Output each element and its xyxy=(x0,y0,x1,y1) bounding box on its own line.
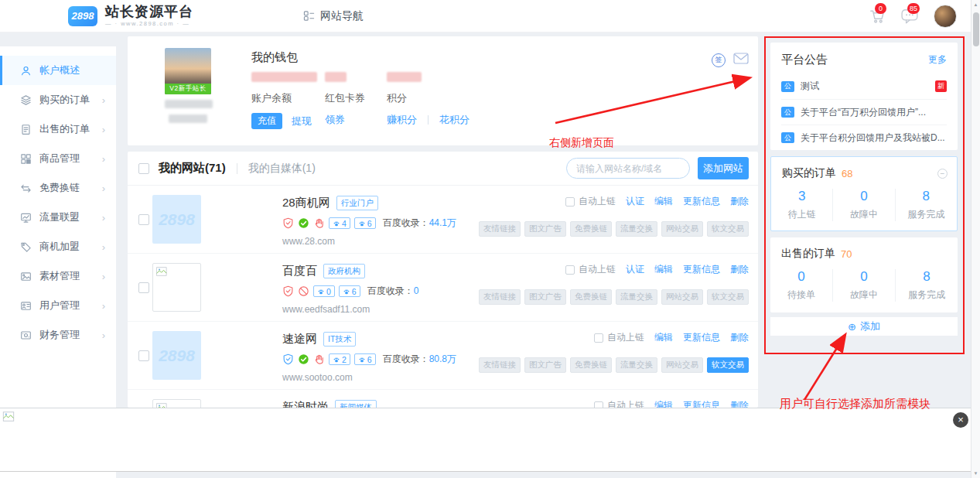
withdraw-link[interactable]: 提现 xyxy=(292,114,312,128)
row-checkbox[interactable] xyxy=(138,282,149,293)
stat-completed[interactable]: 8服务完成 xyxy=(896,269,958,302)
sidebar-item-购买的订单[interactable]: 购买的订单 › xyxy=(0,85,116,114)
sidebar-item-财务管理[interactable]: 财务管理 › xyxy=(0,320,116,350)
auto-link-checkbox[interactable] xyxy=(594,333,603,343)
sign-in-icon[interactable]: 签 xyxy=(712,53,726,67)
sidebar-item-素材管理[interactable]: 素材管理 › xyxy=(0,261,116,291)
scrollbar-thumb[interactable] xyxy=(973,12,979,46)
scroll-up-arrow[interactable]: ▲ xyxy=(971,2,980,7)
weight-badge: 2 xyxy=(329,353,350,365)
sidebar-item-商品管理[interactable]: 商品管理 › xyxy=(0,144,116,173)
service-tag: 流量交换 xyxy=(616,221,657,237)
stat-faulty[interactable]: 0故障中 xyxy=(833,269,896,302)
row-action-认证[interactable]: 认证 xyxy=(626,263,644,276)
masked-coupon-value xyxy=(325,72,347,82)
website-list-card: 我的网站(71) 我的自媒体(1) 添加网站 2898 28商机网 行业门户 4… xyxy=(128,152,758,408)
row-action-删除[interactable]: 删除 xyxy=(730,331,749,344)
annotation-note-right-panel: 右侧新增页面 xyxy=(549,136,614,150)
service-tag: 软文交易 xyxy=(707,221,749,237)
avatar[interactable] xyxy=(934,5,957,28)
baidu-index: 百度收录：44.1万 xyxy=(383,217,456,230)
stat-pending-link[interactable]: 3待上链 xyxy=(771,189,833,221)
sidebar-item-label: 商品管理 xyxy=(39,152,80,166)
site-category-tag: 政府机构 xyxy=(323,264,365,278)
service-tag: 软文交易 xyxy=(707,357,749,373)
baidu-index: 百度收录：80.8万 xyxy=(383,353,456,366)
site-name: 28商机网 xyxy=(282,196,330,210)
weight-badge: 6 xyxy=(354,353,376,365)
sidebar-item-出售的订单[interactable]: 出售的订单 › xyxy=(0,114,116,144)
spend-points-link[interactable]: 花积分 xyxy=(439,113,470,127)
weight-badge: 4 xyxy=(329,217,350,229)
broken-image-icon xyxy=(2,411,15,422)
row-action-编辑[interactable]: 编辑 xyxy=(654,263,673,276)
sidebar-item-商机加盟[interactable]: 商机加盟 › xyxy=(0,232,116,261)
sidebar-item-流量联盟[interactable]: 流量联盟 › xyxy=(0,203,116,232)
wallet-card: V2新手站长 我的钱包 账户余额 充值 提现 红包卡券 领券 积分 赚积分 花积… xyxy=(128,36,758,145)
close-icon[interactable]: × xyxy=(953,412,968,428)
chevron-right-icon: › xyxy=(102,241,105,253)
row-action-编辑[interactable]: 编辑 xyxy=(654,195,673,208)
announcements-more-link[interactable]: 更多 xyxy=(928,53,947,67)
stat-completed[interactable]: 8服务完成 xyxy=(896,189,957,221)
auto-link-checkbox[interactable] xyxy=(565,197,575,207)
nav-site-directory[interactable]: 网站导航 xyxy=(303,9,364,23)
scroll-down-arrow[interactable]: ▼ xyxy=(971,471,980,476)
user-avatar[interactable]: V2新手站长 xyxy=(165,48,211,94)
tab-my-media[interactable]: 我的自媒体(1) xyxy=(248,162,316,176)
tab-my-websites[interactable]: 我的网站(71) xyxy=(159,161,226,176)
announcement-item[interactable]: 公 关于平台积分回馈用户及我站被D... xyxy=(781,125,947,150)
site-url: www.eedfsadf11.com xyxy=(282,304,418,315)
auto-link-toggle[interactable]: 自动上链 xyxy=(594,331,644,344)
service-tag: 免费换链 xyxy=(570,289,612,305)
auto-link-toggle[interactable]: 自动上链 xyxy=(594,399,644,408)
row-action-更新信息[interactable]: 更新信息 xyxy=(683,195,720,208)
announcement-item[interactable]: 公 测试 新 xyxy=(781,73,947,99)
brand-logo[interactable]: 2898 xyxy=(68,6,97,26)
messages-badge: 85 xyxy=(907,3,920,14)
messages-button[interactable]: 85 xyxy=(901,9,918,24)
stat-faulty[interactable]: 0故障中 xyxy=(833,189,895,221)
row-actions: 自动上链 编辑更新信息删除 xyxy=(479,331,749,344)
row-action-更新信息[interactable]: 更新信息 xyxy=(683,331,720,344)
service-tag: 网站交易 xyxy=(661,357,703,373)
site-search-input[interactable] xyxy=(566,158,690,179)
collapse-icon[interactable]: − xyxy=(937,169,948,179)
sidebar-item-icon xyxy=(20,124,32,135)
row-action-删除[interactable]: 删除 xyxy=(730,263,749,276)
row-actions: 自动上链 编辑更新信息删除 xyxy=(594,399,749,408)
select-all-checkbox[interactable] xyxy=(138,163,149,174)
row-checkbox[interactable] xyxy=(138,350,149,361)
sidebar-item-icon xyxy=(20,300,32,312)
row-actions: 自动上链 认证编辑更新信息删除 xyxy=(479,195,749,208)
recharge-button[interactable]: 充值 xyxy=(251,113,282,129)
auto-link-toggle[interactable]: 自动上链 xyxy=(565,263,616,276)
auto-link-toggle[interactable]: 自动上链 xyxy=(565,195,616,208)
sidebar-item-帐户概述[interactable]: 帐户概述 › xyxy=(0,56,116,85)
auto-link-checkbox[interactable] xyxy=(594,401,603,408)
new-badge: 新 xyxy=(935,80,947,92)
sidebar-item-用户管理[interactable]: 用户管理 › xyxy=(0,291,116,320)
row-checkbox[interactable] xyxy=(138,214,149,225)
get-coupon-link[interactable]: 领券 xyxy=(325,113,345,127)
announcement-item[interactable]: 公 关于平台“百万积分回馈用户”... xyxy=(781,99,947,125)
row-action-删除[interactable]: 删除 xyxy=(730,399,749,408)
auto-link-checkbox[interactable] xyxy=(565,265,575,275)
row-action-认证[interactable]: 认证 xyxy=(626,195,644,208)
row-action-编辑[interactable]: 编辑 xyxy=(654,399,673,408)
sidebar-item-免费换链[interactable]: 免费换链 › xyxy=(0,173,116,203)
cart-button[interactable]: 0 xyxy=(869,9,886,24)
envelope-icon[interactable] xyxy=(733,52,749,68)
chevron-right-icon: › xyxy=(102,94,105,106)
earn-points-link[interactable]: 赚积分 xyxy=(387,113,417,127)
row-action-编辑[interactable]: 编辑 xyxy=(654,331,673,344)
row-action-更新信息[interactable]: 更新信息 xyxy=(683,399,720,408)
vertical-scrollbar[interactable]: ▲ ▼ xyxy=(971,0,980,478)
add-website-button[interactable]: 添加网站 xyxy=(698,157,749,179)
website-list-header: 我的网站(71) 我的自媒体(1) 添加网站 xyxy=(128,152,758,186)
add-module-button[interactable]: ⊕ 添加 xyxy=(770,317,958,336)
sidebar-item-label: 出售的订单 xyxy=(39,122,90,136)
row-action-删除[interactable]: 删除 xyxy=(730,195,749,208)
row-action-更新信息[interactable]: 更新信息 xyxy=(683,263,720,276)
stat-pending-accept[interactable]: 0待接单 xyxy=(770,269,833,302)
